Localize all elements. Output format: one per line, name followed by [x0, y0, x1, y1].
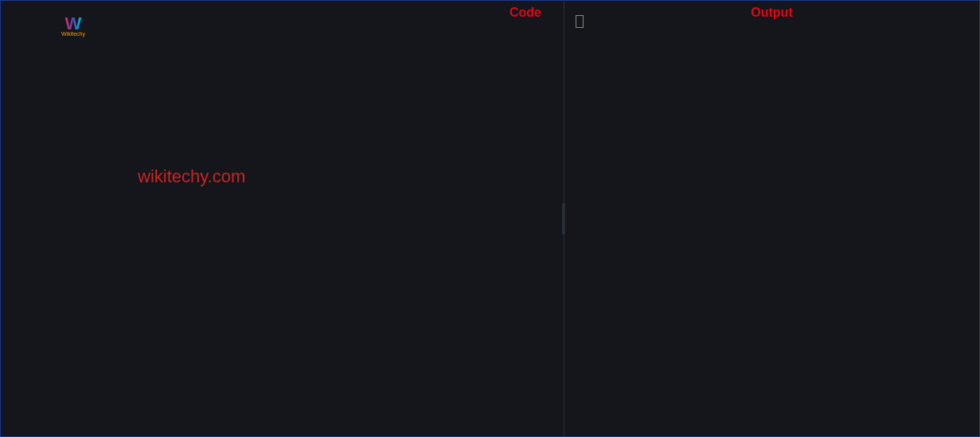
logo-letter-icon: W [65, 15, 82, 33]
watermark-text: wikitechy.com [138, 166, 245, 187]
code-panel[interactable]: Code W Wikitechy wikitechy.com [1, 1, 564, 436]
wikitechy-logo: W Wikitechy [61, 15, 85, 39]
output-placeholder-icon [576, 15, 584, 28]
logo-subtext: Wikitechy [61, 31, 85, 37]
output-panel: Output [564, 1, 979, 436]
editor-container: Code W Wikitechy wikitechy.com Output [0, 0, 980, 437]
code-panel-title: Code [510, 6, 541, 20]
panel-resize-handle[interactable] [562, 203, 565, 235]
output-panel-title: Output [751, 6, 792, 20]
